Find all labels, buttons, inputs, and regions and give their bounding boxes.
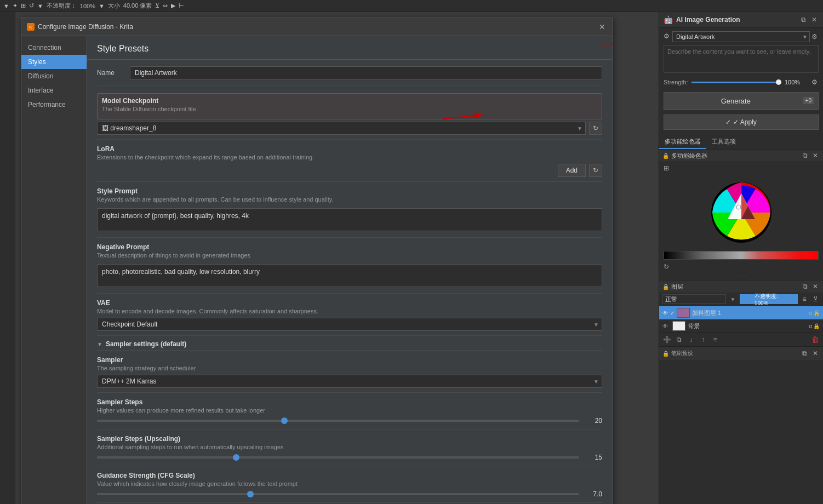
layer-thumb-0 (677, 308, 690, 318)
strength-slider[interactable] (691, 82, 781, 83)
layer-mode-select[interactable]: 正常 (662, 294, 726, 304)
sidebar-item-diffusion[interactable]: Diffusion (21, 69, 87, 83)
tab-color-mixer[interactable]: 多功能绘色器 (659, 135, 706, 149)
toolbar-play[interactable]: ▶ (171, 2, 175, 9)
generate-button[interactable]: Generate +0 (664, 92, 819, 110)
prompt-textarea[interactable] (664, 45, 819, 73)
style-prompt-input[interactable]: digital artwork of {prompt}, best qualit… (97, 208, 602, 231)
apply-checkmark: ✓ (725, 118, 731, 126)
panel-detach-button[interactable]: ⧉ (799, 15, 808, 24)
sampler-default-guidance-slider[interactable] (97, 493, 579, 495)
sampler-default-dropdown[interactable]: DPM++ 2M Karras (97, 375, 602, 388)
toolbar-rotate[interactable]: ↺ (29, 2, 34, 9)
sampler-default-dropdown-wrapper: DPM++ 2M Karras ▼ (97, 375, 602, 388)
name-label: Name (97, 69, 124, 77)
sampler-default-header[interactable]: ▼ Sampler settings (default) (97, 336, 602, 351)
toolbar-opacity-label: 不透明度： (47, 2, 77, 10)
brush-close[interactable]: ✕ (811, 349, 820, 358)
apply-button[interactable]: ✓ ✓ Apply (664, 114, 819, 130)
generate-label: Generate (721, 97, 751, 105)
toolbar-flip[interactable]: ⇔ (163, 2, 168, 9)
tab-tools[interactable]: 工具选项 (706, 135, 741, 149)
vae-dropdown[interactable]: Checkpoint Default (97, 318, 602, 331)
sidebar-item-performance[interactable]: Performance (21, 98, 87, 112)
artwork-select[interactable]: Digital Artwork (672, 31, 810, 42)
layer-check-0: ✓ (670, 310, 675, 316)
sampler-default-upscaling-slider[interactable] (97, 456, 579, 459)
color-gradient-bar[interactable] (664, 251, 819, 260)
layer-item-0[interactable]: 👁 ✓ 颜料图层 1 α 🔒 (659, 306, 823, 319)
model-checkpoint-title: Model Checkpoint (102, 97, 597, 105)
sampler-default-steps-slider[interactable] (97, 420, 579, 422)
toolbar-icon2: ⊞ (21, 2, 26, 9)
left-tools (0, 12, 15, 504)
layers-detach[interactable]: ⧉ (801, 282, 809, 291)
lora-refresh-button[interactable]: ↻ (589, 164, 602, 177)
artwork-settings-button[interactable]: ⚙ (810, 32, 819, 41)
color-wheel-svg[interactable] (708, 180, 774, 245)
sampler-default-guidance: Guidance Strength (CFG Scale) Value whic… (97, 466, 602, 503)
brush-preset-label: 笔刷预设 (671, 350, 693, 357)
apply-label: ✓ Apply (733, 118, 757, 126)
layer-visibility-0[interactable]: 👁 (662, 310, 668, 316)
model-checkpoint-dropdown[interactable]: 🖼 dreamshaper_8 (97, 122, 586, 135)
sampler-default-upscaling-desc: Additional sampling steps to run when au… (97, 444, 602, 450)
layers-filter-btn[interactable]: ⊻ (811, 295, 820, 303)
plus-badge: +0 (803, 97, 814, 104)
opacity-bar[interactable]: 不透明度: 100% (740, 294, 798, 304)
layer-alpha-1: 🔒 (813, 323, 820, 329)
delete-layer-btn[interactable]: 🗑 (811, 335, 820, 344)
section-title: Style Presets (97, 44, 602, 54)
scrollable-content: Name Model Checkpoint The Stable Diffusi… (87, 60, 612, 504)
layer-item-1[interactable]: 👁 背景 α 🔒 (659, 319, 823, 333)
move-up-btn[interactable]: ↑ (699, 335, 707, 344)
ai-generation-icon: 🤖 (664, 15, 673, 24)
right-panel-header: 🤖 AI Image Generation ⧉ ✕ (659, 12, 823, 28)
layers-section: 🔒 图层 ⧉ ✕ 正常 ▼ 不透明度: 100% ≡ ⊻ (659, 280, 823, 346)
color-wheel-close[interactable]: ✕ (811, 151, 820, 160)
model-checkpoint-refresh[interactable]: ↻ (589, 122, 602, 135)
divider-dots: · · · · · (659, 272, 823, 280)
toolbar-crop[interactable]: ⊢ (179, 2, 184, 9)
move-down-btn[interactable]: ↓ (687, 335, 695, 344)
model-checkpoint-dropdown-wrapper: 🖼 dreamshaper_8 ▼ (97, 122, 586, 135)
sampler-default-sampler: Sampler The sampling strategy and schedu… (97, 351, 602, 393)
sidebar-item-connection[interactable]: Connection (21, 41, 87, 55)
layers-menu-btn[interactable]: ≡ (800, 295, 809, 303)
style-prompt-section: Style Prompt Keywords which are appended… (97, 182, 602, 238)
layer-visibility-1[interactable]: 👁 (662, 323, 668, 329)
strength-settings-btn[interactable]: ⚙ (810, 78, 819, 87)
lock-icon-layers: 🔒 (662, 284, 669, 290)
panel-close-button[interactable]: ✕ (810, 15, 819, 24)
top-toolbar: ▼ ✦ ⊞ ↺ ▼ 不透明度： 100% ▼ 大小 40.00 像素 ⊻ ⇔ ▶… (0, 0, 823, 12)
layer-menu-btn[interactable]: ≡ (711, 335, 719, 344)
toolbar-arrow[interactable]: ▼ (3, 3, 9, 9)
toolbar-arrow3[interactable]: ▼ (99, 3, 105, 9)
style-prompt-desc: Keywords which are appended to all promp… (97, 196, 602, 203)
toolbar-opacity-value: 100% (80, 3, 95, 9)
copy-layer-btn[interactable]: ⧉ (675, 335, 683, 344)
negative-prompt-input[interactable]: photo, photorealistic, bad quality, low … (97, 264, 602, 287)
style-prompt-title: Style Prompt (97, 187, 602, 195)
sampler-default-upscaling-slider-row: 15 (97, 454, 602, 461)
toolbar-size-stepper[interactable]: ⊻ (155, 2, 159, 9)
toolbar-arrow2[interactable]: ▼ (37, 3, 43, 9)
sidebar-item-styles[interactable]: Styles (21, 55, 87, 69)
name-input[interactable] (130, 66, 602, 79)
dialog-close-button[interactable]: ✕ (598, 22, 607, 31)
strength-value: 100% (785, 79, 807, 85)
refresh-icon[interactable]: ↻ (664, 263, 669, 271)
dialog-container: K Configure Image Diffusion - Krita ✕ Co… (15, 12, 659, 504)
layers-close[interactable]: ✕ (811, 282, 820, 291)
lora-add-button[interactable]: Add (558, 164, 586, 177)
name-row: Name (97, 60, 602, 85)
lora-title: LoRA (97, 145, 602, 153)
dialog-titlebar: K Configure Image Diffusion - Krita ✕ (21, 18, 612, 36)
color-wheel-title: 多功能绘色器 (671, 152, 707, 160)
add-layer-btn[interactable]: ➕ (662, 335, 671, 344)
sidebar-item-interface[interactable]: Interface (21, 83, 87, 98)
brush-detach[interactable]: ⧉ (800, 349, 809, 358)
sampler-default-guidance-slider-row: 7.0 (97, 490, 602, 498)
color-wheel-detach[interactable]: ⧉ (801, 151, 809, 160)
lora-section: LoRA Extensions to the checkpoint which … (97, 140, 602, 182)
